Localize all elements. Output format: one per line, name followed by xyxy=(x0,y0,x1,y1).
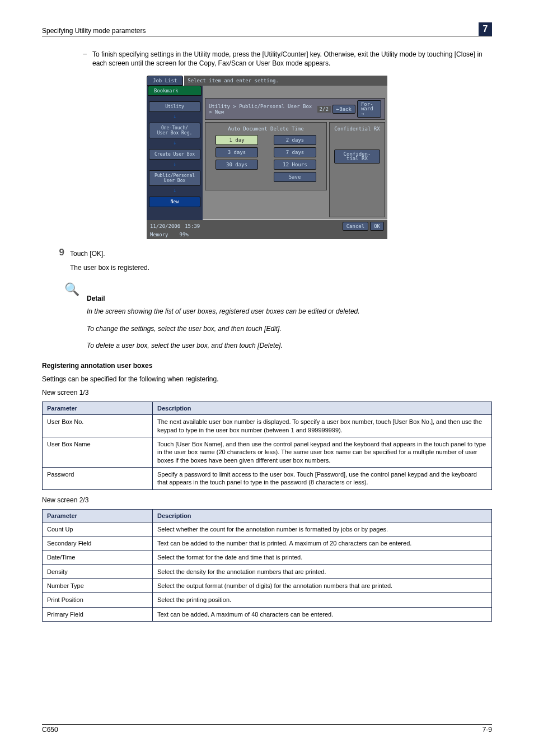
table-row: Primary FieldText can be added. A maximu… xyxy=(43,607,492,621)
running-header: Specifying Utility mode parameters xyxy=(42,27,146,35)
parameters-table-2: Parameter Description Count UpSelect whe… xyxy=(42,509,492,622)
arrow-down-icon: ↓ xyxy=(149,187,200,193)
table-row: DensitySelect the density for the annota… xyxy=(43,564,492,578)
status-date: 11/20/2006 xyxy=(150,223,180,229)
tab-job-list[interactable]: Job List xyxy=(147,76,183,86)
step-9-result: The user box is registered. xyxy=(70,263,492,272)
table-row: Secondary FieldText can be added to the … xyxy=(43,536,492,550)
lcd-screenshot: Job List Select item and enter setting. … xyxy=(147,76,387,239)
breadcrumb: Utility > Public/Personal User Box > New xyxy=(209,104,317,115)
option-1-day[interactable]: 1 day xyxy=(216,135,258,145)
option-12-hours[interactable]: 12 Hours xyxy=(274,160,316,170)
sidebar-public-personal[interactable]: Public/Personal User Box xyxy=(149,170,200,186)
status-memory-label: Memory xyxy=(150,232,168,237)
table-row: Count UpSelect whether the count for the… xyxy=(43,522,492,536)
option-7-days[interactable]: 7 days xyxy=(274,147,316,157)
panel-title-confidential: Confidential RX xyxy=(332,126,382,132)
section-title: Registering annotation user boxes xyxy=(42,361,492,370)
sidebar-utility[interactable]: Utility xyxy=(149,101,200,112)
arrow-down-icon: ↓ xyxy=(149,161,200,167)
table1-caption: New screen 1/3 xyxy=(42,388,492,397)
footer-page: 7-9 xyxy=(483,726,492,734)
bullet-dash: – xyxy=(64,50,92,68)
status-memory-value: 99% xyxy=(180,232,189,237)
detail-p2: To change the settings, select the user … xyxy=(87,324,492,333)
detail-p3: To delete a user box, select the user bo… xyxy=(87,341,492,350)
cancel-button[interactable]: Cancel xyxy=(343,222,369,231)
sidebar: Utility ↓ One-Touch/ User Box Reg. ↓ Cre… xyxy=(147,96,203,220)
sidebar-new[interactable]: New xyxy=(149,197,200,207)
th-description: Description xyxy=(153,509,492,522)
option-2-days[interactable]: 2 days xyxy=(274,135,316,145)
ok-button[interactable]: OK xyxy=(370,222,384,231)
table-row: User Box No.The next available user box … xyxy=(43,415,492,437)
table-row: PasswordSpecify a password to limit acce… xyxy=(43,467,492,489)
table-row: Date/TimeSelect the format for the date … xyxy=(43,550,492,564)
option-3-days[interactable]: 3 days xyxy=(216,147,258,157)
back-button[interactable]: ←Back xyxy=(332,105,355,114)
th-description: Description xyxy=(153,402,492,415)
sidebar-onetouch[interactable]: One-Touch/ User Box Reg. xyxy=(149,123,200,138)
detail-heading: Detail xyxy=(87,295,492,302)
status-time: 15:39 xyxy=(185,223,200,229)
arrow-down-icon: ↓ xyxy=(149,113,200,119)
chapter-number-box: 7 xyxy=(479,22,492,36)
option-confidential-rx[interactable]: Confiden- tial RX xyxy=(334,150,380,164)
sidebar-create-userbox[interactable]: Create User Box xyxy=(149,149,200,160)
step-number-9: 9 xyxy=(42,247,70,272)
forward-button[interactable]: For- ward → xyxy=(357,100,381,117)
table-row: Number TypeSelect the output format (num… xyxy=(43,578,492,592)
page-indicator: 2/2 xyxy=(317,106,331,113)
panel-title-delete-time: Auto Document Delete Time xyxy=(208,126,324,132)
status-message: Select item and enter setting. xyxy=(184,76,387,86)
th-parameter: Parameter xyxy=(43,402,153,415)
section-intro: Settings can be specified for the follow… xyxy=(42,375,492,384)
th-parameter: Parameter xyxy=(43,509,153,522)
bullet-text: To finish specifying settings in the Uti… xyxy=(92,50,492,68)
option-30-days[interactable]: 30 days xyxy=(216,160,258,170)
table-row: User Box NameTouch [User Box Name], and … xyxy=(43,437,492,468)
step-9-text: Touch [OK]. xyxy=(70,249,492,259)
tab-bookmark[interactable]: Bookmark xyxy=(148,86,202,96)
table2-caption: New screen 2/3 xyxy=(42,496,492,505)
detail-p1: In the screen showing the list of user b… xyxy=(87,307,492,316)
arrow-down-icon: ↓ xyxy=(149,139,200,146)
footer-model: C650 xyxy=(42,726,58,734)
parameters-table-1: Parameter Description User Box No.The ne… xyxy=(42,402,492,489)
option-save[interactable]: Save xyxy=(274,172,316,182)
table-row: Print PositionSelect the printing positi… xyxy=(43,593,492,607)
